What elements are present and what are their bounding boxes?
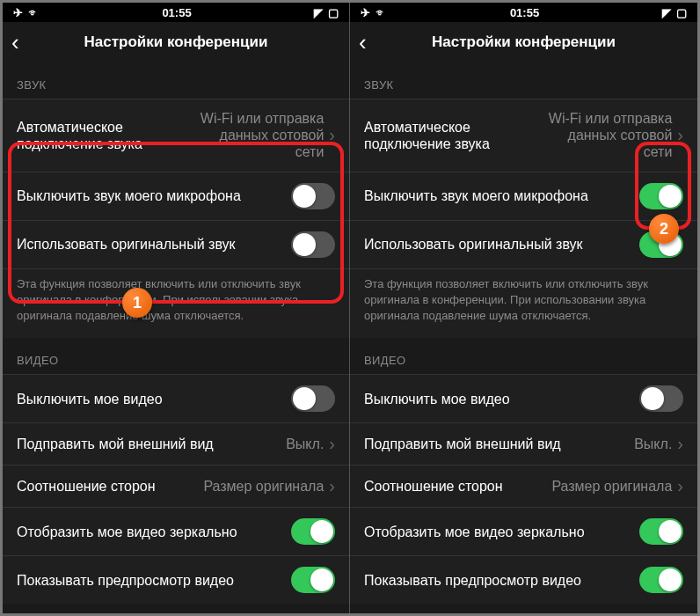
row-preview: Показывать предпросмотр видео bbox=[350, 555, 697, 604]
section-general: ОБЩИЕ bbox=[350, 604, 697, 613]
chevron-right-icon: › bbox=[329, 125, 335, 145]
row-original-sound: Использовать оригинальный звук bbox=[3, 220, 349, 268]
section-video: ВИДЕО bbox=[350, 338, 697, 374]
original-sound-desc: Эта функция позволяет включить или отклю… bbox=[3, 268, 349, 339]
status-bar: ✈ ᯤ 01:55 ◤ ▢ bbox=[3, 3, 349, 22]
row-label: Автоматическое подключение звука bbox=[364, 119, 530, 152]
row-appearance[interactable]: Подправить мой внешний вид Выкл. › bbox=[3, 422, 349, 465]
row-label: Подправить мой внешний вид bbox=[364, 436, 561, 452]
chevron-right-icon: › bbox=[329, 476, 335, 496]
wifi-icon: ᯤ bbox=[28, 6, 40, 19]
toggle-preview[interactable] bbox=[639, 567, 683, 593]
row-value: Выкл. bbox=[627, 436, 672, 452]
toggle-mute-video[interactable] bbox=[291, 385, 335, 412]
screenshot-pair: ✈ ᯤ 01:55 ◤ ▢ ‹ Настройки конференции ЗВ… bbox=[0, 0, 700, 616]
original-sound-desc: Эта функция позволяет включить или отклю… bbox=[350, 268, 697, 339]
status-time: 01:55 bbox=[510, 6, 539, 19]
row-preview: Показывать предпросмотр видео bbox=[3, 555, 349, 604]
row-label: Отобразить мое видео зеркально bbox=[364, 524, 585, 540]
row-label: Выключить звук моего микрофона bbox=[17, 187, 241, 204]
airplane-icon: ✈ bbox=[13, 6, 23, 19]
status-time: 01:55 bbox=[162, 6, 191, 19]
row-value: Размер оригинала bbox=[196, 478, 324, 495]
location-icon: ◤ bbox=[314, 6, 323, 19]
chevron-right-icon: › bbox=[677, 125, 683, 145]
row-label: Использовать оригинальный звук bbox=[364, 236, 583, 253]
row-value: Wi-Fi или отправка данных сотовой сети bbox=[532, 110, 673, 161]
row-value: Размер оригинала bbox=[544, 478, 672, 495]
page-title: Настройки конференции bbox=[359, 33, 689, 51]
row-label: Подправить мой внешний вид bbox=[17, 436, 214, 452]
row-mute-video: Выключить мое видео bbox=[350, 374, 697, 422]
row-label: Отобразить мое видео зеркально bbox=[17, 524, 237, 540]
callout-2: 2 bbox=[649, 214, 679, 244]
wifi-icon: ᯤ bbox=[376, 6, 387, 19]
location-icon: ◤ bbox=[662, 6, 671, 19]
row-aspect[interactable]: Соотношение сторон Размер оригинала › bbox=[350, 465, 697, 507]
row-mute-video: Выключить мое видео bbox=[3, 374, 349, 422]
row-value: Wi-Fi или отправка данных сотовой сети bbox=[184, 110, 324, 161]
toggle-mirror[interactable] bbox=[639, 518, 683, 545]
toggle-preview[interactable] bbox=[291, 567, 335, 593]
page-title: Настройки конференции bbox=[11, 33, 340, 51]
toggle-mute-mic[interactable] bbox=[639, 183, 683, 209]
toggle-mute-video[interactable] bbox=[639, 385, 683, 412]
row-mirror: Отобразить мое видео зеркально bbox=[3, 507, 349, 555]
row-label: Соотношение сторон bbox=[17, 478, 156, 495]
section-general: ОБЩИЕ bbox=[3, 604, 349, 613]
section-video: ВИДЕО bbox=[3, 338, 349, 374]
nav-header: ‹ Настройки конференции bbox=[3, 22, 349, 62]
row-label: Использовать оригинальный звук bbox=[17, 236, 236, 253]
chevron-right-icon: › bbox=[677, 476, 683, 496]
toggle-original-sound[interactable] bbox=[291, 231, 335, 258]
callout-1: 1 bbox=[122, 288, 152, 318]
row-label: Показывать предпросмотр видео bbox=[17, 572, 234, 589]
row-mute-mic: Выключить звук моего микрофона bbox=[3, 172, 349, 220]
row-label: Автоматическое подключение звука bbox=[17, 119, 182, 152]
row-mirror: Отобразить мое видео зеркально bbox=[350, 507, 697, 555]
row-value: Выкл. bbox=[279, 436, 324, 452]
row-label: Выключить мое видео bbox=[364, 391, 510, 407]
phone-right: ✈ ᯤ 01:55 ◤ ▢ ‹ Настройки конференции ЗВ… bbox=[350, 3, 697, 613]
row-original-sound: Использовать оригинальный звук bbox=[350, 220, 697, 268]
battery-icon: ▢ bbox=[328, 6, 339, 19]
section-sound: ЗВУК bbox=[3, 62, 349, 99]
battery-icon: ▢ bbox=[676, 6, 687, 19]
row-appearance[interactable]: Подправить мой внешний вид Выкл. › bbox=[350, 422, 697, 465]
row-label: Выключить мое видео bbox=[17, 391, 163, 407]
status-bar: ✈ ᯤ 01:55 ◤ ▢ bbox=[350, 3, 697, 22]
row-label: Соотношение сторон bbox=[364, 478, 503, 495]
section-sound: ЗВУК bbox=[350, 62, 697, 99]
airplane-icon: ✈ bbox=[361, 6, 370, 19]
chevron-right-icon: › bbox=[329, 434, 335, 454]
chevron-right-icon: › bbox=[677, 434, 683, 454]
row-mute-mic: Выключить звук моего микрофона bbox=[350, 172, 697, 220]
row-auto-audio[interactable]: Автоматическое подключение звука Wi-Fi и… bbox=[3, 99, 349, 172]
nav-header: ‹ Настройки конференции bbox=[350, 22, 697, 62]
row-auto-audio[interactable]: Автоматическое подключение звука Wi-Fi и… bbox=[350, 99, 697, 172]
row-label: Показывать предпросмотр видео bbox=[364, 572, 581, 589]
phone-left: ✈ ᯤ 01:55 ◤ ▢ ‹ Настройки конференции ЗВ… bbox=[3, 3, 350, 613]
row-label: Выключить звук моего микрофона bbox=[364, 187, 588, 204]
row-aspect[interactable]: Соотношение сторон Размер оригинала › bbox=[3, 465, 349, 507]
toggle-mute-mic[interactable] bbox=[291, 183, 335, 209]
toggle-mirror[interactable] bbox=[291, 518, 335, 545]
